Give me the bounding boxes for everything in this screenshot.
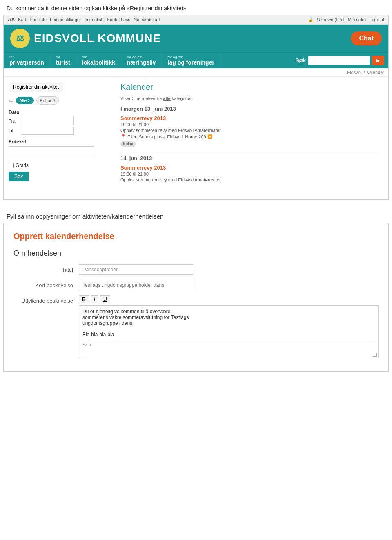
date-label: Dato xyxy=(9,109,109,115)
utfyllende-label: Utfyllende beskrivelse xyxy=(13,295,79,304)
breadcrumb: Eidsvoll / Kalender xyxy=(4,68,388,77)
logout-link[interactable]: Logg ut xyxy=(369,17,384,22)
editor-toolbar: B I U xyxy=(79,295,379,303)
editor-line-2: sommerens vakre sommeravslutning for Tes… xyxy=(82,315,375,320)
event-card-1: Sommerrevy 2013 19:00 til 21:00 Opplev s… xyxy=(120,115,382,147)
site-logo: ⚖ EIDSVOLL KOMMUNE xyxy=(10,29,161,48)
chat-button[interactable]: Chat xyxy=(351,31,382,45)
main-nav: for privatperson for turist om lokalpoli… xyxy=(4,52,388,68)
filter-tag-kultur[interactable]: Kultur 3 xyxy=(36,96,59,105)
search-box: Søk ► xyxy=(291,53,388,68)
editor-line-5: Bla-bla-bla-bla xyxy=(82,332,375,337)
date-fra-input[interactable] xyxy=(21,117,74,125)
search-label: Søk xyxy=(295,57,306,64)
text-size-control[interactable]: AA xyxy=(8,17,15,22)
nav-item-privatperson[interactable]: for privatperson xyxy=(4,53,50,68)
left-panel: Registrer din aktivitet 🏷 Alle 3 Kultur … xyxy=(4,77,114,199)
gratis-checkbox[interactable] xyxy=(9,163,14,168)
tittel-control xyxy=(79,264,379,275)
form-row-kort-beskrivelse: Kort beskrivelse xyxy=(13,280,379,290)
editor-line-1: Du er hjertelig velkommen til å overvære xyxy=(82,309,375,315)
divider xyxy=(120,152,382,152)
filter-tags: 🏷 Alle 3 Kultur 3 xyxy=(9,96,109,105)
event-card-2: Sommerrevy 2013 19:00 til 21:00 Opplev s… xyxy=(120,165,382,182)
search-input[interactable] xyxy=(308,56,370,65)
nav-item-turist[interactable]: for turist xyxy=(50,53,76,68)
tag-icon: 🏷 xyxy=(9,98,13,103)
editor-resize-handle[interactable] xyxy=(373,353,377,357)
fritekst-label: Fritekst xyxy=(9,139,109,145)
tittel-label: Tittel xyxy=(13,264,79,273)
nav-kart[interactable]: Kart xyxy=(18,17,26,22)
fritekst-section: Fritekst xyxy=(9,139,109,158)
showing-text: Viser 3 hendelser fra alle kategorier xyxy=(120,96,382,101)
editor-underline-button[interactable]: U xyxy=(100,295,110,303)
intro-text: Du kommer da til denne siden og kan klik… xyxy=(0,0,392,15)
kort-beskrivelse-input[interactable] xyxy=(79,280,193,290)
gratis-label: Gratis xyxy=(16,163,29,168)
editor-path: Path: xyxy=(82,341,375,347)
section-title: Om hendelsen xyxy=(13,249,379,258)
event-time-1: 19:00 til 21:00 xyxy=(120,122,382,127)
nav-postliste[interactable]: Postliste xyxy=(30,17,47,22)
fra-label: Fra xyxy=(9,118,18,123)
filter-tag-alle[interactable]: Alle 3 xyxy=(16,97,34,104)
form-mockup: Opprett kalenderhendelse Om hendelsen Ti… xyxy=(3,223,389,372)
nav-item-lokalpolitikk[interactable]: om lokalpolitikk xyxy=(76,53,121,68)
kort-beskrivelse-label: Kort beskrivelse xyxy=(13,280,79,288)
editor-italic-button[interactable]: I xyxy=(91,295,98,303)
form-row-utfyllende: Utfyllende beskrivelse B I U Du er hjert… xyxy=(13,295,379,358)
event-location-1: 📍 Eilert Sundts plass, Eidsvoll, Norge 2… xyxy=(120,134,382,139)
event-title-2[interactable]: Sommerrevy 2013 xyxy=(120,165,382,171)
editor-bold-button[interactable]: B xyxy=(79,295,89,303)
event-desc-2: Opplev sommeren revy med Eidsvoll Amatør… xyxy=(120,177,382,182)
user-icon: 🔒 xyxy=(308,17,314,22)
gratis-section: Gratis xyxy=(9,163,109,168)
right-panel: Kalender Viser 3 hendelser fra alle kate… xyxy=(114,77,388,199)
date-fra-row: Fra xyxy=(9,117,109,125)
event-time-2: 19:00 til 21:00 xyxy=(120,172,382,176)
day-header-1: I morgen 13. juni 2013 xyxy=(120,106,382,112)
sok-button[interactable]: Søk xyxy=(9,172,29,181)
date-til-row: Til xyxy=(9,127,109,135)
kort-beskrivelse-control xyxy=(79,280,379,290)
site-header: ⚖ EIDSVOLL KOMMUNE Chat xyxy=(4,25,388,52)
search-button[interactable]: ► xyxy=(372,56,384,65)
fyll-text: Fyll så inn opplysninger om aktiviteten/… xyxy=(0,206,392,223)
fritekst-input[interactable] xyxy=(9,146,94,155)
top-bar: AA Kart Postliste Ledige stillinger In e… xyxy=(4,15,388,25)
editor-line-3: ungdomsgruppe i dans. xyxy=(82,320,375,326)
nav-ledige-stillinger[interactable]: Ledige stillinger xyxy=(50,17,81,22)
event-tag-1[interactable]: Kultur xyxy=(120,141,136,147)
user-link[interactable]: Uknown (Gå til Min side) xyxy=(317,17,366,22)
nav-item-lag-og-foreninger[interactable]: for og om lag og foreninger xyxy=(162,53,220,68)
nav-nettstedskart[interactable]: Nettstedskart xyxy=(134,17,160,22)
event-title-1[interactable]: Sommerrevy 2013 xyxy=(120,115,382,121)
content-area: Registrer din aktivitet 🏷 Alle 3 Kultur … xyxy=(4,77,388,199)
til-label: Til xyxy=(9,128,18,133)
site-name: EIDSVOLL KOMMUNE xyxy=(34,32,161,45)
date-section: Dato Fra Til xyxy=(9,109,109,135)
logo-icon: ⚖ xyxy=(10,29,30,48)
nav-item-naeringsliv[interactable]: for og om næringsliv xyxy=(121,53,162,68)
event-count-1: 200 xyxy=(198,134,206,139)
event-tags-1: Kultur xyxy=(120,141,382,147)
event-desc-1: Opplev sommeren revy med Eidsvoll Amatør… xyxy=(120,128,382,133)
location-icon: 📍 xyxy=(120,134,126,139)
form-row-tittel: Tittel xyxy=(13,264,379,275)
tittel-input[interactable] xyxy=(79,264,193,275)
nav-kontakt-oss[interactable]: Kontakt oss xyxy=(107,17,130,22)
website-mockup: AA Kart Postliste Ledige stillinger In e… xyxy=(3,15,389,200)
user-section: 🔒 Uknown (Gå til Min side) Logg ut xyxy=(308,17,384,22)
date-til-input[interactable] xyxy=(21,127,74,135)
nav-in-english[interactable]: In english xyxy=(85,17,104,22)
register-activity-button[interactable]: Registrer din aktivitet xyxy=(9,82,63,92)
count-icon: 🔽 xyxy=(207,134,212,139)
form-title: Opprett kalenderhendelse xyxy=(13,232,379,241)
day-header-2: 14. juni 2013 xyxy=(120,155,382,161)
utfyllende-control: B I U Du er hjertelig velkommen til å ov… xyxy=(79,295,379,358)
calendar-title: Kalender xyxy=(120,83,382,92)
editor-area[interactable]: Du er hjertelig velkommen til å overvære… xyxy=(79,305,379,358)
editor-line-4 xyxy=(82,326,375,332)
